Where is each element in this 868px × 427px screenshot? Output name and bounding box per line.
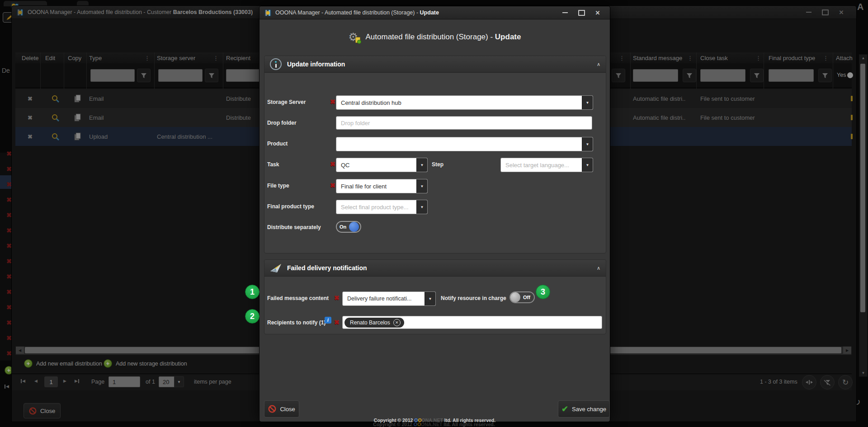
row-edit-icon[interactable] (52, 133, 60, 141)
distribute-separately-toggle[interactable]: On (336, 221, 361, 233)
dropdown-arrow-icon[interactable]: ▼ (416, 179, 427, 193)
filter-input-standard-message[interactable] (633, 69, 678, 82)
dropdown-arrow-icon[interactable]: ▼ (416, 158, 427, 172)
product-select[interactable]: ▼ (336, 137, 593, 151)
col-header-storage-server[interactable]: Storage server (157, 55, 195, 61)
storage-server-select[interactable]: Central distribution hub ▼ (336, 95, 593, 110)
col-menu-icon[interactable]: ⋮ (755, 55, 761, 61)
maximize-button[interactable] (820, 8, 830, 16)
col-menu-icon[interactable]: ⋮ (213, 55, 219, 61)
mid-close-button[interactable]: Close (24, 403, 61, 418)
row-copy-icon[interactable] (74, 132, 81, 141)
delete-icon[interactable]: ✖ (6, 288, 12, 296)
delete-icon[interactable]: ✖ (6, 181, 12, 188)
update-information-header[interactable]: Update information ∧ (264, 56, 606, 73)
filter-button-recipient[interactable] (612, 69, 625, 82)
avatar[interactable]: A (857, 2, 863, 12)
per-page-dropdown-arrow[interactable]: ▼ (174, 376, 184, 387)
delete-icon[interactable]: ✖ (6, 304, 12, 311)
row-delete-icon[interactable]: ✖ (28, 95, 33, 102)
col-header-edit[interactable]: Edit (45, 55, 55, 61)
col-menu-icon[interactable]: ⋮ (687, 55, 693, 61)
delete-icon[interactable]: ✖ (6, 165, 12, 173)
delete-icon[interactable]: ✖ (6, 211, 12, 219)
dropdown-arrow-icon[interactable]: ▼ (416, 200, 427, 214)
step-select[interactable]: Select target language... ▼ (500, 158, 593, 172)
vertical-scrollbar-thumb[interactable] (860, 64, 865, 312)
delete-icon[interactable]: ✖ (6, 350, 12, 357)
vertical-scrollbar[interactable]: ▲ ▼ (859, 54, 868, 377)
delete-icon[interactable]: ✖ (6, 196, 12, 203)
radio-icon[interactable] (847, 72, 853, 78)
modal-close-button[interactable]: Close (264, 400, 299, 418)
filter-input-close-task[interactable] (700, 69, 745, 82)
minimize-button[interactable] (560, 9, 570, 17)
close-button[interactable]: ✕ (593, 9, 603, 17)
filter-button-standard-message[interactable] (683, 69, 696, 82)
back-first-page-icon[interactable]: ◀ (5, 384, 9, 389)
filter-input-storage[interactable] (158, 69, 203, 82)
col-header-attach[interactable]: Attach (836, 55, 854, 61)
task-select[interactable]: QC ▼ (336, 158, 428, 172)
delete-icon[interactable]: ✖ (6, 150, 12, 157)
page-number-button[interactable]: 1 (44, 376, 58, 387)
scroll-up-icon[interactable]: ▲ (859, 56, 867, 60)
page-input[interactable]: 1 (108, 376, 140, 387)
filter-button-storage[interactable] (205, 69, 218, 82)
filter-input-final-product-type[interactable] (769, 69, 814, 82)
dropdown-arrow-icon[interactable]: ▼ (582, 137, 593, 151)
last-page-button[interactable]: ▶ (75, 379, 79, 383)
col-header-type[interactable]: Type (89, 55, 102, 61)
delete-icon[interactable]: ✖ (6, 258, 12, 265)
scroll-right-icon[interactable]: ▶ (843, 347, 851, 354)
add-new-storage-distribution[interactable]: + Add new storage distribution (104, 359, 187, 368)
row-edit-icon[interactable] (52, 114, 60, 122)
col-menu-icon[interactable]: ⋮ (144, 55, 150, 61)
col-header-final-product-type[interactable]: Final product type (769, 55, 815, 61)
row-copy-icon[interactable] (74, 94, 81, 103)
chevron-up-icon[interactable]: ∧ (597, 265, 600, 271)
fit-columns-button[interactable] (802, 375, 816, 389)
recipient-chip[interactable]: Renato Barcelos ✕ (344, 318, 404, 328)
col-header-recipient[interactable]: Recipient (226, 55, 257, 61)
failed-delivery-header[interactable]: Failed delivery notification ∧ (264, 260, 606, 277)
delete-icon[interactable]: ✖ (6, 334, 12, 342)
delete-icon[interactable]: ✖ (6, 227, 12, 234)
chip-remove-icon[interactable]: ✕ (393, 319, 401, 326)
delete-icon[interactable]: ✖ (6, 319, 12, 326)
maximize-button[interactable] (576, 9, 586, 17)
next-page-button[interactable]: ▶ (63, 379, 66, 383)
refresh-button[interactable]: ↻ (838, 375, 853, 389)
clear-filter-button[interactable] (820, 375, 835, 389)
row-copy-icon[interactable] (74, 113, 81, 122)
recipients-input[interactable]: Renato Barcelos ✕ (342, 316, 602, 329)
attach-filter-yes[interactable]: Yes (837, 72, 853, 78)
close-button[interactable]: ✕ (836, 8, 846, 16)
row-delete-icon[interactable]: ✖ (28, 114, 33, 121)
notify-resource-toggle[interactable]: Off (509, 291, 535, 303)
filter-button-final-product-type[interactable] (818, 69, 832, 82)
filter-button-type[interactable] (137, 69, 151, 82)
row-delete-icon[interactable]: ✖ (28, 133, 33, 140)
col-header-copy[interactable]: Copy (68, 55, 81, 61)
col-menu-icon[interactable]: ⋮ (619, 55, 625, 61)
scroll-down-icon[interactable]: ▼ (859, 371, 867, 375)
drop-folder-input[interactable] (336, 116, 592, 130)
file-type-select[interactable]: Final file for client ▼ (336, 179, 428, 193)
add-new-email-distribution[interactable]: + Add new email distribution (24, 359, 102, 368)
col-header-close-task[interactable]: Close task (700, 55, 728, 61)
prev-page-button[interactable]: ◀ (34, 379, 38, 383)
final-product-type-select[interactable]: Select final product type... ▼ (336, 200, 428, 214)
chevron-up-icon[interactable]: ∧ (597, 61, 600, 67)
col-menu-icon[interactable]: ⋮ (823, 55, 829, 61)
dropdown-arrow-icon[interactable]: ▼ (582, 96, 593, 109)
delete-icon[interactable]: ✖ (6, 242, 12, 249)
dropdown-arrow-icon[interactable]: ▼ (582, 158, 593, 172)
col-header-delete[interactable]: Delete (22, 55, 40, 61)
failed-message-content-select[interactable]: Delivery failure notificati... ▼ (342, 291, 436, 306)
dropdown-arrow-icon[interactable]: ▼ (425, 292, 435, 305)
first-page-button[interactable]: ◀ (21, 379, 25, 383)
row-edit-icon[interactable] (52, 95, 60, 103)
delete-icon[interactable]: ✖ (6, 273, 12, 280)
scroll-left-icon[interactable]: ◀ (16, 347, 24, 354)
